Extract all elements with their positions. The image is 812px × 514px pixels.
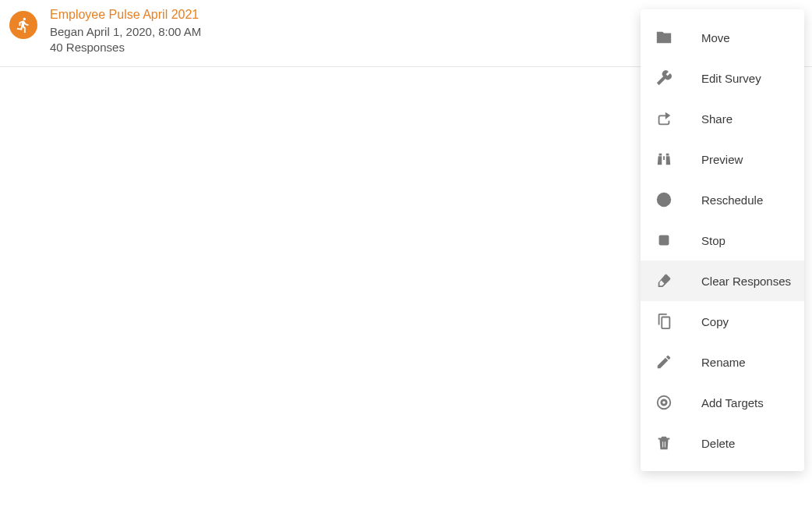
menu-label: Reschedule — [701, 193, 763, 207]
survey-status-icon — [9, 11, 37, 39]
menu-item-add-targets[interactable]: Add Targets — [641, 382, 804, 423]
folder-icon — [655, 29, 673, 46]
trash-icon — [655, 434, 673, 452]
survey-info: Employee Pulse April 2021 Began April 1,… — [50, 6, 645, 55]
menu-item-reschedule[interactable]: Reschedule — [641, 179, 804, 220]
clock-icon — [655, 191, 673, 208]
menu-label: Add Targets — [701, 396, 764, 409]
svg-rect-0 — [659, 236, 669, 246]
share-icon — [655, 110, 673, 127]
menu-item-delete[interactable]: Delete — [641, 423, 804, 463]
menu-label: Delete — [701, 437, 735, 450]
menu-item-copy[interactable]: Copy — [641, 301, 804, 342]
stop-icon — [655, 232, 673, 249]
survey-responses-text: 40 Responses — [50, 40, 645, 55]
menu-item-share[interactable]: Share — [641, 98, 804, 139]
menu-label: Share — [701, 112, 733, 126]
eraser-icon — [655, 272, 673, 289]
survey-title-link[interactable]: Employee Pulse April 2021 — [50, 6, 645, 23]
menu-item-edit-survey[interactable]: Edit Survey — [641, 58, 804, 98]
menu-label: Move — [701, 31, 730, 44]
menu-item-move[interactable]: Move — [641, 17, 804, 58]
menu-item-preview[interactable]: Preview — [641, 139, 804, 179]
target-icon — [655, 394, 673, 411]
copy-icon — [655, 313, 673, 330]
menu-label: Preview — [701, 153, 743, 166]
pencil-icon — [655, 353, 673, 370]
menu-label: Copy — [701, 315, 729, 328]
running-icon — [15, 16, 32, 34]
binoculars-icon — [655, 151, 673, 168]
menu-label: Stop — [701, 234, 726, 247]
menu-item-rename[interactable]: Rename — [641, 342, 804, 382]
menu-label: Rename — [701, 356, 746, 369]
survey-context-menu: Move Edit Survey Share Preview Reschedul… — [641, 9, 804, 471]
menu-item-clear-responses[interactable]: Clear Responses — [641, 261, 804, 301]
menu-label: Clear Responses — [701, 275, 791, 288]
wrench-icon — [655, 69, 673, 87]
menu-item-stop[interactable]: Stop — [641, 220, 804, 261]
menu-label: Edit Survey — [701, 72, 761, 85]
survey-began-text: Began April 1, 2020, 8:00 AM — [50, 24, 645, 40]
